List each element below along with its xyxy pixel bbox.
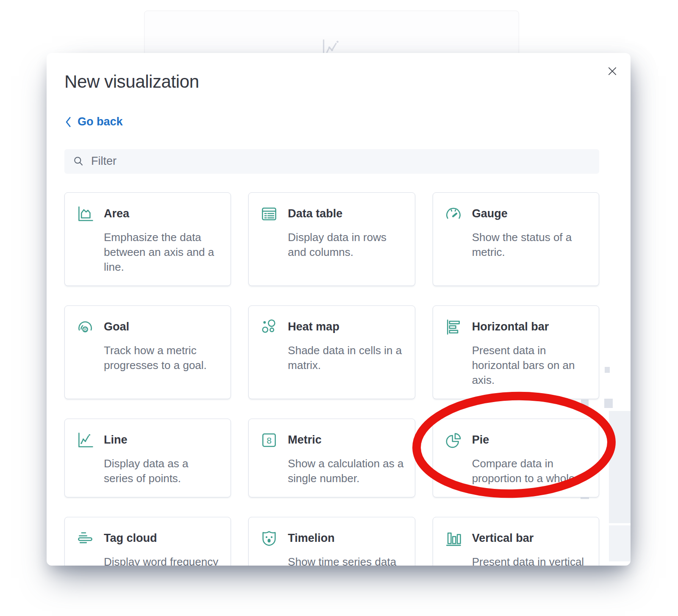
chevron-left-icon: [64, 116, 72, 128]
vis-type-card-line[interactable]: Line Display data as a series of points.: [64, 419, 231, 497]
card-description: Shade data in cells in a matrix.: [288, 343, 403, 373]
go-back-label: Go back: [78, 115, 123, 128]
card-description: Present data in horizontal bars on an ax…: [472, 343, 588, 388]
card-title: Timelion: [288, 532, 335, 545]
vis-type-card-data-table[interactable]: Data table Display data in rows and colu…: [248, 192, 415, 286]
page-title: New visualization: [64, 72, 631, 92]
visualization-grid: Area Emphasize the data between an axis …: [64, 192, 599, 566]
heat-map-icon: [260, 318, 278, 336]
vertical-bar-icon: [444, 529, 463, 548]
card-title: Tag cloud: [104, 532, 157, 545]
vis-type-card-area[interactable]: Area Emphasize the data between an axis …: [64, 192, 231, 286]
decor-panel: [609, 525, 631, 561]
card-description: Compare data in proportion to a whole.: [472, 456, 588, 486]
card-title: Heat map: [288, 320, 339, 333]
search-icon: [73, 155, 84, 167]
pie-chart-icon: [444, 431, 463, 450]
close-icon[interactable]: [605, 64, 620, 78]
card-title: Vertical bar: [472, 532, 534, 545]
card-title: Metric: [288, 433, 322, 447]
vis-type-card-tag-cloud[interactable]: Tag cloud Display word frequency with fo…: [64, 517, 231, 566]
vis-type-card-horizontal-bar[interactable]: Horizontal bar Present data in horizonta…: [433, 305, 599, 399]
decor-block: [605, 367, 610, 373]
decor-block: [581, 400, 589, 408]
filter-search-bar: [64, 149, 599, 174]
card-title: Line: [104, 433, 128, 447]
vis-type-card-pie[interactable]: Pie Compare data in proportion to a whol…: [433, 419, 599, 497]
go-back-link[interactable]: Go back: [64, 115, 123, 128]
card-description: Show time series data on a graph.: [288, 555, 403, 566]
metric-icon: 8: [260, 431, 278, 450]
vis-type-card-heat-map[interactable]: Heat map Shade data in cells in a matrix…: [248, 305, 415, 399]
horizontal-bar-icon: [444, 318, 463, 336]
vis-type-card-vertical-bar[interactable]: Vertical bar Present data in vertical ba…: [433, 517, 599, 566]
gauge-icon: [444, 205, 463, 223]
card-description: Show the status of a metric.: [472, 230, 588, 260]
card-description: Present data in vertical bars on an axis…: [472, 555, 588, 566]
area-chart-icon: [76, 205, 94, 223]
card-description: Track how a metric progresses to a goal.: [104, 343, 220, 373]
goal-icon: 8: [76, 318, 94, 336]
card-title: Area: [104, 207, 129, 220]
line-chart-icon: [76, 431, 94, 450]
svg-text:8: 8: [84, 326, 87, 332]
card-description: Emphasize the data between an axis and a…: [104, 230, 220, 275]
card-title: Horizontal bar: [472, 320, 549, 333]
vis-type-card-goal[interactable]: 8 Goal Track how a metric progresses to …: [64, 305, 231, 399]
page: New visualization Go back Area Emphasize…: [0, 0, 678, 616]
svg-text:8: 8: [267, 436, 272, 445]
new-visualization-modal: New visualization Go back Area Emphasize…: [47, 53, 631, 566]
card-title: Pie: [472, 433, 489, 447]
card-title: Goal: [104, 320, 129, 333]
card-description: Show a calculation as a single number.: [288, 456, 403, 486]
card-description: Display word frequency with font size.: [104, 555, 220, 566]
vis-type-card-timelion[interactable]: Timelion Show time series data on a grap…: [248, 517, 415, 566]
vis-type-card-gauge[interactable]: Gauge Show the status of a metric.: [433, 192, 599, 286]
data-table-icon: [260, 205, 278, 223]
card-title: Data table: [288, 207, 342, 220]
timelion-icon: [260, 529, 278, 548]
card-description: Display data as a series of points.: [104, 456, 220, 486]
filter-input[interactable]: [91, 155, 591, 168]
tag-cloud-icon: [76, 529, 94, 548]
card-title: Gauge: [472, 207, 508, 220]
vis-type-card-metric[interactable]: 8 Metric Show a calculation as a single …: [248, 419, 415, 497]
card-description: Display data in rows and columns.: [288, 230, 403, 260]
decor-panel: [609, 411, 631, 523]
decor-block: [604, 399, 613, 408]
